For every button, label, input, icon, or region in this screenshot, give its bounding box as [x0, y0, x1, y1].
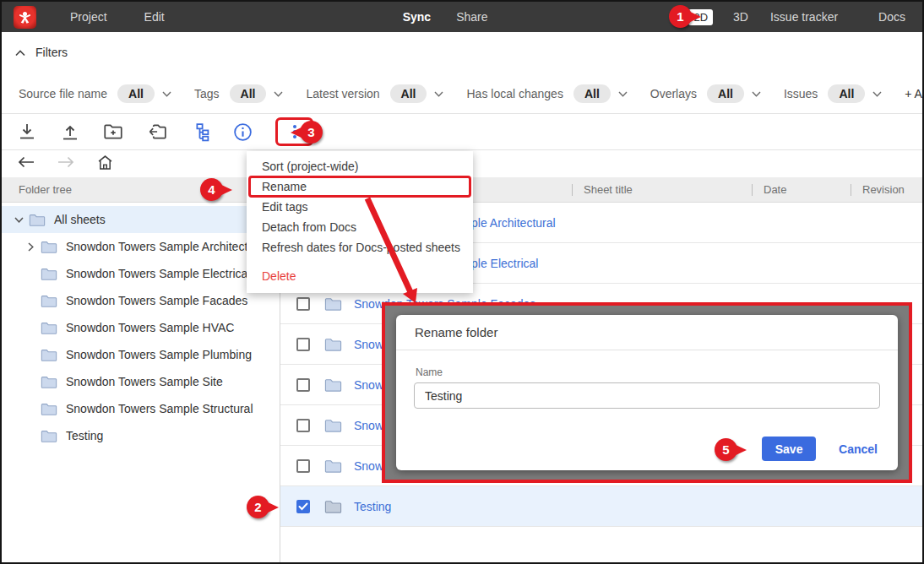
filter-label: Has local changes	[466, 87, 563, 100]
tree-item-facades[interactable]: Snowdon Towers Sample Facades	[2, 287, 280, 314]
folder-icon	[29, 213, 46, 227]
tree-item-hvac[interactable]: Snowdon Towers Sample HVAC	[2, 314, 280, 341]
menu-share[interactable]: Share	[456, 10, 487, 24]
tree-item-structural[interactable]: Snowdon Towers Sample Structural	[2, 395, 280, 422]
filter-value-pill[interactable]: All	[390, 84, 427, 103]
folder-tree-panel: Folder tree All sheets Snowdon Towers Sa…	[2, 177, 280, 562]
filter-value-pill[interactable]: All	[117, 84, 155, 103]
add-filter-button[interactable]: + Add filter	[905, 87, 924, 100]
column-divider	[851, 184, 851, 196]
forward-icon[interactable]	[57, 155, 75, 172]
menu-item-rename[interactable]: Rename	[247, 176, 473, 197]
docs-button[interactable]: Docs	[878, 10, 905, 24]
folder-icon	[324, 377, 342, 393]
menu-item-edit-tags[interactable]: Edit tags	[247, 197, 473, 217]
tree-item-label: Snowdon Towers Sample Facades	[66, 294, 247, 307]
upload-icon[interactable]	[58, 120, 82, 144]
chevron-down-icon[interactable]	[162, 91, 171, 97]
move-to-folder-icon[interactable]	[144, 120, 168, 144]
row-checkbox[interactable]	[296, 338, 310, 351]
chevron-down-icon[interactable]	[10, 217, 27, 223]
filter-label: Source file name	[19, 87, 107, 100]
column-divider	[572, 184, 573, 196]
tree-item-plumbing[interactable]: Snowdon Towers Sample Plumbing	[2, 341, 280, 368]
folder-icon	[41, 294, 57, 308]
tree-view-icon[interactable]	[188, 120, 211, 144]
menu-edit[interactable]: Edit	[144, 10, 165, 24]
callout-pin-2: 2	[247, 496, 269, 518]
filter-value-pill[interactable]: All	[828, 84, 865, 103]
menu-item-refresh-dates[interactable]: Refresh dates for Docs-posted sheets	[247, 237, 473, 258]
info-icon[interactable]	[231, 120, 254, 144]
tree-item-label: Testing	[66, 429, 103, 442]
filter-value-pill[interactable]: All	[573, 84, 611, 103]
filter-source-file-name[interactable]: Source file name All	[19, 84, 171, 103]
filter-issues[interactable]: Issues All	[784, 84, 882, 103]
tree-item-all-sheets[interactable]: All sheets	[2, 206, 280, 233]
filter-tags[interactable]: Tags All	[194, 84, 283, 103]
filter-value-pill[interactable]: All	[230, 84, 267, 103]
menu-item-delete[interactable]: Delete	[247, 266, 473, 286]
dialog-title: Rename folder	[396, 315, 898, 350]
row-checkbox[interactable]	[296, 459, 310, 473]
save-button[interactable]: Save	[762, 437, 816, 461]
issue-tracker-button[interactable]: Issue tracker	[770, 10, 838, 24]
dialog-actions: Save Cancel	[762, 437, 878, 461]
filter-label: Overlays	[650, 87, 697, 100]
row-checkbox[interactable]	[296, 297, 310, 311]
folder-tree: All sheets Snowdon Towers Sample Archite…	[2, 203, 280, 449]
chevron-down-icon[interactable]	[618, 91, 628, 97]
tree-item-electrical[interactable]: Snowdon Towers Sample Electrical	[2, 260, 280, 287]
menu-project[interactable]: Project	[70, 10, 107, 24]
filter-overlays[interactable]: Overlays All	[650, 84, 761, 103]
column-sheet-title[interactable]: Sheet title	[584, 183, 633, 196]
tree-item-label: Snowdon Towers Sample HVAC	[66, 321, 234, 334]
chevron-right-icon[interactable]	[22, 242, 39, 252]
menu-item-sort[interactable]: Sort (project-wide)	[247, 156, 473, 176]
chevron-up-icon	[15, 46, 25, 59]
chevron-down-icon[interactable]	[274, 91, 283, 97]
menu-item-detach[interactable]: Detach from Docs	[247, 217, 473, 237]
tree-item-label: All sheets	[54, 213, 106, 226]
folder-name-input[interactable]	[414, 382, 880, 409]
name-field-label: Name	[416, 366, 443, 378]
filter-has-local-changes[interactable]: Has local changes All	[466, 84, 627, 103]
callout-pin-4: 4	[200, 178, 223, 201]
tree-item-label: Snowdon Towers Sample Structural	[66, 402, 253, 415]
mode-3d-button[interactable]: 3D	[733, 10, 748, 24]
cancel-button[interactable]: Cancel	[839, 442, 878, 456]
row-checkbox[interactable]	[296, 378, 310, 392]
column-date[interactable]: Date	[764, 183, 786, 196]
annotation-rect-dialog: Rename folder Name Save Cancel	[382, 302, 912, 483]
folder-icon	[41, 429, 57, 443]
folder-icon	[324, 337, 342, 352]
tree-item-label: Snowdon Towers Sample Plumbing	[66, 348, 252, 361]
filters-row: Source file name All Tags All Latest ver…	[19, 84, 914, 103]
home-icon[interactable]	[96, 154, 114, 175]
chevron-down-icon[interactable]	[434, 91, 443, 97]
folder-icon	[324, 296, 342, 312]
row-checkbox-checked[interactable]	[296, 500, 310, 513]
filter-label: Issues	[784, 87, 818, 100]
tree-item-site[interactable]: Snowdon Towers Sample Site	[2, 368, 280, 395]
tree-item-architectural[interactable]: Snowdon Towers Sample Architectural	[2, 233, 280, 260]
chevron-down-icon[interactable]	[872, 91, 882, 97]
chevron-down-icon[interactable]	[752, 91, 761, 97]
menu-sync[interactable]: Sync	[403, 10, 431, 24]
table-row-selected[interactable]: Testing	[280, 486, 922, 527]
toolbar	[2, 113, 922, 150]
filter-latest-version[interactable]: Latest version All	[306, 84, 443, 103]
new-folder-icon[interactable]	[101, 120, 125, 144]
back-icon[interactable]	[17, 155, 35, 172]
download-icon[interactable]	[15, 120, 39, 144]
row-checkbox[interactable]	[296, 419, 310, 432]
folder-link[interactable]: Testing	[354, 500, 391, 513]
tree-item-testing[interactable]: Testing	[2, 422, 280, 449]
filters-toggle[interactable]: Filters	[15, 46, 68, 59]
app-logo-icon	[14, 6, 36, 29]
filter-value-pill[interactable]: All	[707, 84, 744, 103]
filter-label: Latest version	[306, 87, 379, 100]
column-revision[interactable]: Revision	[862, 183, 905, 196]
top-menu-bar: Project Edit Sync Share 2D 3D Issue trac…	[2, 2, 922, 32]
folder-icon	[324, 418, 342, 433]
